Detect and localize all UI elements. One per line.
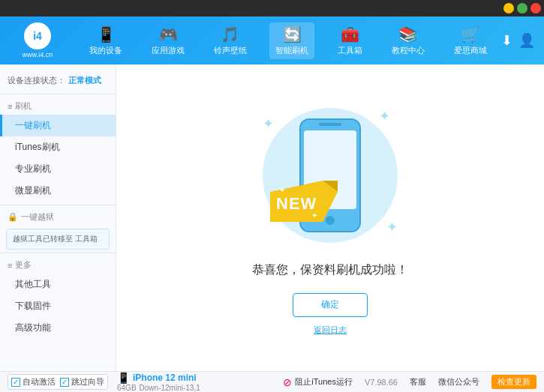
download-firmware-label: 下载固件	[15, 301, 51, 311]
phone-small-icon: 📱	[117, 372, 130, 384]
divider-3	[0, 253, 116, 253]
skip-guide-label: 跳过向导	[71, 376, 104, 388]
nav-apps-games[interactable]: 🎮 应用游戏	[146, 22, 191, 59]
nav-apps-games-label: 应用游戏	[152, 45, 185, 56]
flash-icon: ≡	[8, 102, 12, 111]
svg-text:NEW: NEW	[276, 194, 317, 213]
maximize-button[interactable]	[517, 3, 527, 13]
stop-itunes-label[interactable]: 阻止iTunes运行	[295, 376, 353, 388]
nav-mall[interactable]: 🛒 爱思商城	[448, 22, 493, 59]
divider-1	[0, 94, 116, 94]
smart-flash-icon: 🔄	[283, 25, 302, 43]
sidebar-item-one-click-flash[interactable]: 一键刷机	[0, 115, 116, 136]
jailbreak-notice: 越狱工具已转移至 工具箱	[6, 229, 110, 250]
itunes-bar: ⊘ 阻止iTunes运行	[283, 376, 353, 388]
apps-games-icon: 🎮	[159, 25, 178, 43]
nav-toolbox[interactable]: 🧰 工具箱	[332, 22, 368, 59]
return-log-link[interactable]: 返回日志	[314, 325, 347, 336]
device-name: iPhone 12 mini	[133, 373, 197, 383]
status-value: 正常模式	[68, 75, 101, 86]
new-badge: NEW ✦ ✦	[270, 181, 338, 228]
svg-text:✦: ✦	[311, 211, 317, 220]
logo-icon: i4	[24, 22, 51, 49]
sidebar-item-advanced[interactable]: 高级功能	[0, 317, 116, 339]
illustration: ✦ ✦ ✦ NEW ✦ ✦	[255, 100, 405, 250]
pro-flash-label: 专业刷机	[15, 163, 51, 174]
lock-icon: 🔒	[8, 212, 18, 222]
device-status: 设备连接状态： 正常模式	[0, 70, 116, 91]
success-title: 恭喜您，保资料刷机成功啦！	[252, 262, 408, 278]
minimize-button[interactable]	[503, 3, 514, 13]
nav-wallpaper[interactable]: 🎵 铃声壁纸	[208, 22, 253, 59]
nav-smart-flash[interactable]: 🔄 智能刷机	[269, 22, 314, 59]
check-update-button[interactable]: 检查更新	[491, 375, 536, 389]
device-info: 📱 iPhone 12 mini 64GB Down-12mini-13,1	[117, 372, 200, 392]
nav-wallpaper-label: 铃声壁纸	[214, 45, 247, 56]
confirm-button[interactable]: 确定	[293, 293, 368, 317]
itunes-icon: ⊘	[283, 376, 292, 388]
skip-guide-checkbox[interactable]: ✓ 跳过向导	[60, 376, 104, 388]
nav-my-device[interactable]: 📱 我的设备	[83, 22, 128, 59]
titlebar	[0, 0, 544, 16]
section-flash: ≡ 刷机	[0, 97, 116, 115]
sidebar: 设备连接状态： 正常模式 ≡ 刷机 一键刷机 iTunes刷机 专业刷机 微显刷…	[0, 64, 116, 371]
sparkle-2: ✦	[263, 115, 274, 132]
divider-2	[0, 205, 116, 205]
nav-bar: 📱 我的设备 🎮 应用游戏 🎵 铃声壁纸 🔄 智能刷机 🧰 工具箱 📚 教程中心…	[75, 22, 501, 59]
other-tools-label: 其他工具	[15, 279, 51, 289]
micro-flash-label: 微显刷机	[15, 185, 51, 196]
logo-text: www.i4.cn	[23, 51, 53, 58]
jailbreak-notice-text: 越狱工具已转移至 工具箱	[13, 235, 98, 243]
header-right: ⬇ 👤	[501, 32, 544, 49]
one-click-flash-label: 一键刷机	[15, 120, 51, 130]
nav-mall-label: 爱思商城	[454, 45, 487, 56]
bottom-bar: ✓ 自动激活 ✓ 跳过向导 📱 iPhone 12 mini 64GB Down…	[0, 371, 544, 392]
version-label: V7.98.66	[365, 378, 398, 387]
main-layout: 设备连接状态： 正常模式 ≡ 刷机 一键刷机 iTunes刷机 专业刷机 微显刷…	[0, 64, 544, 371]
nav-smart-flash-label: 智能刷机	[275, 45, 308, 56]
nav-tutorials[interactable]: 📚 教程中心	[386, 22, 431, 59]
logo-abbr: i4	[33, 30, 42, 42]
sidebar-item-other-tools[interactable]: 其他工具	[0, 274, 116, 295]
svg-text:✦: ✦	[279, 186, 285, 194]
device-storage: 64GB	[117, 384, 137, 392]
download-icon[interactable]: ⬇	[501, 32, 512, 49]
toolbox-icon: 🧰	[341, 25, 359, 43]
close-button[interactable]	[530, 3, 541, 13]
mall-icon: 🛒	[461, 25, 479, 43]
wechat-link[interactable]: 微信公众号	[438, 376, 479, 388]
svg-rect-3	[319, 123, 341, 126]
nav-my-device-label: 我的设备	[89, 45, 122, 56]
status-label: 设备连接状态：	[8, 75, 65, 86]
header: i4 www.i4.cn 📱 我的设备 🎮 应用游戏 🎵 铃声壁纸 🔄 智能刷机…	[0, 16, 544, 64]
bottom-right: ⊘ 阻止iTunes运行 V7.98.66 客服 微信公众号 检查更新	[283, 375, 536, 389]
content-area: ✦ ✦ ✦ NEW ✦ ✦ 恭喜您，保资料刷机成功啦！	[116, 64, 544, 371]
sidebar-item-itunes-flash[interactable]: iTunes刷机	[0, 136, 116, 158]
tutorials-icon: 📚	[398, 25, 417, 43]
bottom-left: ✓ 自动激活 ✓ 跳过向导 📱 iPhone 12 mini 64GB Down…	[8, 372, 200, 392]
section-jailbreak: 🔒 一键越狱	[0, 208, 116, 226]
logo-area: i4 www.i4.cn	[0, 22, 75, 58]
my-device-icon: 📱	[97, 25, 116, 43]
device-model: Down-12mini-13,1	[140, 384, 200, 392]
more-icon: ≡	[8, 261, 12, 270]
sidebar-item-pro-flash[interactable]: 专业刷机	[0, 158, 116, 180]
sidebar-item-micro-flash[interactable]: 微显刷机	[0, 180, 116, 202]
sparkle-3: ✦	[386, 219, 398, 235]
auto-activate-label: 自动激活	[23, 376, 56, 388]
auto-activate-check-icon: ✓	[11, 378, 20, 387]
skip-guide-check-icon: ✓	[60, 378, 69, 387]
itunes-flash-label: iTunes刷机	[15, 142, 60, 152]
nav-tutorials-label: 教程中心	[392, 45, 425, 56]
auto-activate-checkbox[interactable]: ✓ 自动激活	[11, 376, 56, 388]
advanced-label: 高级功能	[15, 322, 51, 333]
sidebar-item-download-firmware[interactable]: 下载固件	[0, 295, 116, 317]
user-icon[interactable]: 👤	[518, 32, 535, 49]
support-link[interactable]: 客服	[410, 376, 426, 388]
nav-toolbox-label: 工具箱	[338, 45, 362, 56]
section-more: ≡ 更多	[0, 256, 116, 274]
wallpaper-icon: 🎵	[221, 25, 239, 43]
sparkle-1: ✦	[379, 108, 390, 124]
